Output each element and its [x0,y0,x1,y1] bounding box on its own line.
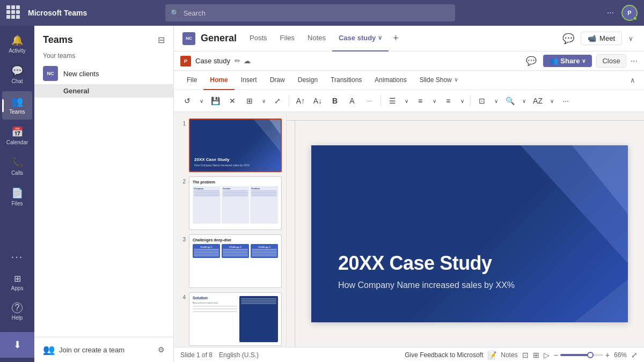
tab-posts[interactable]: Posts [243,26,274,51]
fontsize-down-icon[interactable]: A↓ [311,94,325,108]
ribbon-tab-insert[interactable]: Insert [235,71,264,90]
search-button[interactable]: 🔍 [503,94,517,108]
slideshow-expand-icon[interactable]: ∨ [454,76,458,83]
font-color-button[interactable]: A [345,94,359,108]
fit-slide-icon[interactable]: ⤢ [631,351,638,359]
align-button[interactable]: ≡ [441,94,455,108]
more-options-icon[interactable]: ··· [605,6,616,20]
shape-arrange-button[interactable]: ⊡ [475,94,489,108]
search-dropdown[interactable]: ∨ [520,94,528,108]
ribbon-tab-design[interactable]: Design [291,71,324,90]
numbered-list-button[interactable]: ≡ [413,94,427,108]
tab-dropdown-icon[interactable]: ∨ [378,34,382,41]
undo-dropdown-icon[interactable]: ∨ [197,94,205,108]
teams-panel-header: Teams ⊟ [34,26,173,50]
slide-thumb-1[interactable]: 20XX Case Study How Company Name increas… [189,119,282,172]
zoom-out-icon[interactable]: − [554,351,558,359]
view-normal-icon[interactable]: ⊡ [522,351,529,359]
expand-button[interactable]: ⤢ [270,94,284,108]
zoom-track[interactable] [560,354,603,356]
eraser-button[interactable]: ✕ [225,94,239,108]
font-more-icon[interactable]: ··· [362,94,376,108]
bold-button[interactable]: B [328,94,342,108]
view-slide-sorter-icon[interactable]: ⊞ [533,351,539,359]
undo-button[interactable]: ↺ [180,94,194,108]
notes-icon[interactable]: 📝 [487,351,496,359]
tab-files[interactable]: Files [274,26,301,51]
comments-icon[interactable]: 💬 [524,54,539,68]
sidebar-item-label-help: Help [12,315,23,321]
slide-thumbnails-panel: 1 20XX Case Study How Company Name incre… [174,112,287,347]
ribbon-tab-transitions[interactable]: Transitions [324,71,368,90]
meet-dropdown-icon[interactable]: ∨ [626,33,635,45]
search-input[interactable] [184,9,450,17]
ribbon-collapse-icon[interactable]: ∧ [628,74,638,86]
sidebar-item-files[interactable]: 📄 Files [2,183,32,211]
slide-viewport[interactable]: 20XX Case Study How Company Name increas… [295,121,644,347]
translate-dropdown[interactable]: ∨ [548,94,555,108]
ribbon-tab-draw[interactable]: Draw [264,71,291,90]
avatar[interactable]: P [621,5,638,21]
search-bar[interactable]: 🔍 [165,4,455,21]
ribbon-tab-home-label: Home [210,76,228,84]
filter-icon[interactable]: ⊟ [158,35,165,45]
ribbon-tab-home[interactable]: Home [203,71,234,90]
slide-thumb-3[interactable]: Challenges deep-dive Challenge 1 Challen… [189,234,282,288]
sidebar-item-chat[interactable]: 💬 Chat [2,61,32,89]
team-item-new-clients[interactable]: NC New clients ··· [34,63,173,84]
zoom-thumb[interactable] [587,352,594,358]
sidebar-item-more[interactable]: ··· [2,246,32,267]
slide2-title: The problem [193,180,278,184]
close-button[interactable]: Close [596,54,626,68]
apps-grid-icon[interactable] [6,5,21,20]
numbered-dropdown[interactable]: ∨ [430,94,438,108]
sidebar-item-calls[interactable]: 📞 Calls [2,152,32,181]
tab-casestudy[interactable]: Case study ∨ [332,26,389,51]
layout-button[interactable]: ⊞ [243,94,257,108]
ppt-more-icon[interactable]: ··· [631,56,638,66]
chat-icon-btn[interactable]: 💬 [560,31,576,47]
notes-label[interactable]: Notes [501,351,517,359]
share-label: Share [560,57,580,65]
powerpoint-logo: P [180,56,191,67]
meet-button[interactable]: 📹 Meet [581,32,622,45]
cloud-icon[interactable]: ☁ [244,57,251,65]
slide-thumb-4[interactable]: Solution More premium subscribers [189,292,282,346]
bullet-dropdown[interactable]: ∨ [402,94,410,108]
translate-button[interactable]: AZ [531,94,545,108]
bullet-list-button[interactable]: ☰ [385,94,399,108]
zoom-in-icon[interactable]: + [605,351,610,359]
more-ribbon-icon[interactable]: ··· [559,94,573,108]
save-button[interactable]: 💾 [208,94,222,108]
zoom-value[interactable]: 66% [614,351,627,359]
tab-notes[interactable]: Notes [301,26,332,51]
meet-camera-icon: 📹 [588,34,596,42]
sidebar-item-calendar[interactable]: 📅 Calendar [2,122,32,150]
status-left: Slide 1 of 8 English (U.S.) [180,351,259,359]
sidebar-item-apps[interactable]: ⊞ Apps [2,269,32,296]
slide-thumb-2[interactable]: The problem Company Contact Problem [189,176,282,230]
settings-icon[interactable]: ⚙ [158,345,165,354]
share-button[interactable]: 👥 Share ∨ [543,55,592,67]
feedback-link[interactable]: Give Feedback to Microsoft [405,351,483,359]
edit-icon[interactable]: ✏ [235,57,240,65]
ribbon-tab-animations[interactable]: Animations [368,71,413,90]
arrange-dropdown[interactable]: ∨ [492,94,500,108]
fontsize-up-icon[interactable]: A↑ [294,94,308,108]
ribbon-tab-slideshow[interactable]: Slide Show ∨ [413,71,465,90]
sidebar-item-label-teams: Teams [9,109,25,115]
align-dropdown[interactable]: ∨ [458,94,466,108]
sidebar-item-help[interactable]: ? Help [2,298,32,326]
add-tab-icon[interactable]: + [389,31,403,46]
app-title: Microsoft Teams [28,9,87,17]
download-button[interactable]: ⬇ [0,332,34,358]
sidebar-item-activity[interactable]: 🔔 Activity [2,30,32,58]
layout-dropdown[interactable]: ∨ [260,94,267,108]
ribbon-tab-animations-label: Animations [375,76,406,84]
channel-item-general[interactable]: General [34,84,173,98]
ppt-file-icons: ✏ ☁ [235,57,251,65]
join-create-team-button[interactable]: 👥 Join or create a team ⚙ [34,337,173,362]
sidebar-item-teams[interactable]: 👥 Teams [2,91,32,120]
view-reading-icon[interactable]: ▷ [544,351,550,359]
ribbon-tab-file[interactable]: File [180,71,203,90]
